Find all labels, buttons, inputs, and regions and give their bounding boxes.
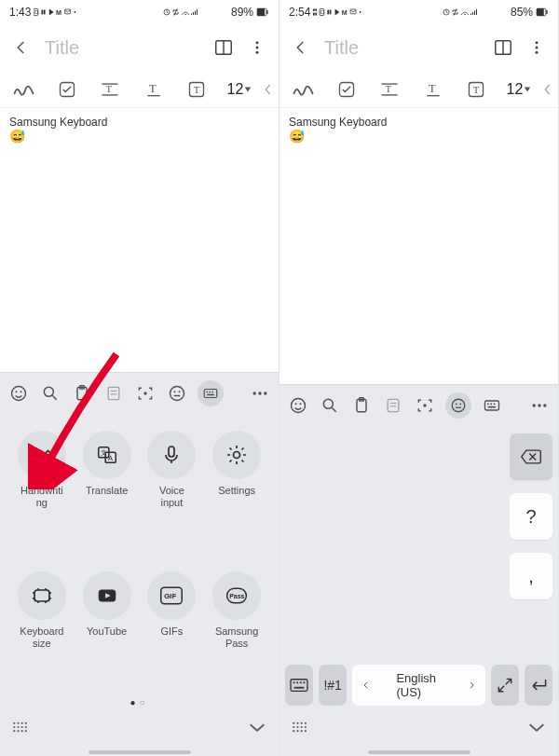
voice-input-app[interactable]: Voice input — [142, 431, 201, 547]
chevron-left-icon — [363, 680, 368, 691]
checkbox-tool[interactable] — [47, 76, 88, 103]
handwriting-app[interactable]: T Handwriti ng — [12, 431, 72, 547]
scan-icon[interactable] — [134, 382, 157, 405]
settings-app[interactable]: Settings — [207, 431, 266, 547]
text-box-tool[interactable]: T — [456, 76, 497, 103]
font-size-select[interactable]: 12 — [219, 76, 260, 103]
svg-rect-118 — [490, 404, 492, 405]
expand-key[interactable] — [491, 665, 519, 706]
svg-rect-44 — [207, 394, 214, 396]
svg-point-36 — [170, 387, 184, 401]
toolbar-more[interactable] — [541, 76, 554, 103]
underline-tool[interactable]: T — [133, 76, 174, 103]
svg-text:T: T — [472, 84, 479, 95]
back-button[interactable] — [291, 37, 311, 58]
svg-point-66 — [17, 726, 19, 728]
note-text: Samsung Keyboard — [289, 116, 549, 129]
enter-key[interactable] — [525, 665, 552, 706]
question-key[interactable]: ? — [510, 493, 552, 540]
svg-point-45 — [253, 392, 256, 394]
svg-point-132 — [301, 722, 303, 724]
keyboard-switch-key[interactable] — [285, 665, 313, 706]
translate-app[interactable]: 文A Translate — [77, 431, 137, 547]
draw-tool[interactable] — [4, 76, 45, 103]
svg-point-112 — [452, 399, 465, 412]
checkbox-tool[interactable] — [326, 76, 367, 103]
youtube-app[interactable]: YouTube — [77, 571, 137, 688]
svg-point-114 — [459, 404, 461, 405]
search-icon[interactable] — [319, 394, 341, 417]
svg-text:T: T — [386, 84, 392, 94]
more-icon[interactable] — [249, 382, 271, 405]
notes-icon[interactable] — [102, 382, 125, 405]
voice-label: Voice input — [159, 485, 184, 508]
note-emoji: 😅 — [9, 129, 269, 144]
keyboard-drag-icon[interactable] — [291, 721, 309, 737]
more-menu-button[interactable] — [526, 37, 547, 58]
keyboard-icon[interactable] — [481, 394, 503, 417]
svg-rect-3 — [44, 10, 46, 15]
svg-text:M: M — [342, 9, 348, 16]
svg-rect-40 — [204, 390, 217, 398]
svg-text:GIF: GIF — [165, 592, 177, 600]
svg-rect-10 — [266, 10, 267, 14]
note-content[interactable]: Samsung Keyboard 😅 — [280, 108, 558, 384]
status-icons-left: D M — [34, 7, 89, 17]
emoji-icon[interactable] — [287, 394, 309, 417]
svg-rect-43 — [212, 392, 214, 393]
svg-rect-79 — [330, 10, 332, 15]
draw-tool[interactable] — [283, 76, 324, 103]
reader-mode-button[interactable] — [493, 37, 513, 58]
more-menu-button[interactable] — [247, 37, 267, 58]
backspace-key[interactable] — [510, 433, 552, 480]
settings-label: Settings — [218, 485, 255, 497]
text-box-tool[interactable]: T — [176, 76, 217, 103]
sticker-icon[interactable] — [445, 392, 471, 419]
svg-rect-120 — [488, 406, 496, 408]
notes-icon[interactable] — [382, 394, 404, 417]
font-size-select[interactable]: 12 — [498, 76, 539, 103]
handwriting-canvas[interactable] — [285, 433, 504, 663]
svg-rect-53 — [169, 447, 174, 457]
note-content[interactable]: Samsung Keyboard 😅 — [0, 108, 279, 372]
scan-icon[interactable] — [414, 394, 436, 417]
underline-tool[interactable]: T — [413, 76, 454, 103]
app-header: Title — [0, 24, 279, 71]
text-style-tool[interactable]: T — [369, 76, 410, 103]
comma-key[interactable]: , — [510, 553, 552, 599]
samsung-pass-app[interactable]: Pass Samsung Pass — [207, 571, 266, 688]
svg-rect-127 — [300, 681, 302, 683]
collapse-keyboard[interactable] — [247, 721, 267, 737]
svg-point-16 — [256, 51, 259, 54]
text-style-tool[interactable]: T — [89, 76, 130, 103]
clipboard-icon[interactable] — [71, 382, 93, 405]
toolbar-more[interactable] — [262, 76, 275, 103]
keyboard-drag-icon[interactable] — [11, 721, 30, 737]
keyboard-toolbar — [0, 373, 279, 414]
gifs-label: GIFs — [160, 625, 183, 638]
title-field[interactable]: Title — [45, 37, 200, 59]
svg-point-26 — [16, 391, 18, 392]
keyboard-size-app[interactable]: Keyboard size — [12, 571, 72, 688]
svg-rect-41 — [207, 392, 209, 393]
keyboard-panel: ? , !#1 English (US) — [280, 384, 558, 756]
search-icon[interactable] — [39, 382, 61, 405]
status-battery: 89% — [231, 6, 253, 19]
note-text: Samsung Keyboard — [9, 116, 269, 129]
clipboard-icon[interactable] — [350, 394, 373, 417]
back-button[interactable] — [11, 37, 32, 58]
collapse-keyboard[interactable] — [526, 721, 547, 737]
more-icon[interactable] — [528, 394, 551, 417]
language-key[interactable]: English (US) — [352, 665, 485, 706]
sticker-icon[interactable] — [166, 382, 188, 405]
keyboard-toolbar — [280, 385, 558, 426]
gifs-app[interactable]: GIF GIFs — [142, 571, 201, 688]
symbols-key[interactable]: !#1 — [319, 665, 347, 706]
svg-point-136 — [301, 726, 303, 728]
status-icons-left: D M — [313, 7, 375, 17]
reader-mode-button[interactable] — [213, 37, 234, 58]
keyboard-icon[interactable] — [198, 380, 224, 406]
keyboard-size-label: Keyboard size — [20, 625, 63, 649]
title-field[interactable]: Title — [324, 37, 480, 59]
emoji-icon[interactable] — [7, 382, 30, 405]
